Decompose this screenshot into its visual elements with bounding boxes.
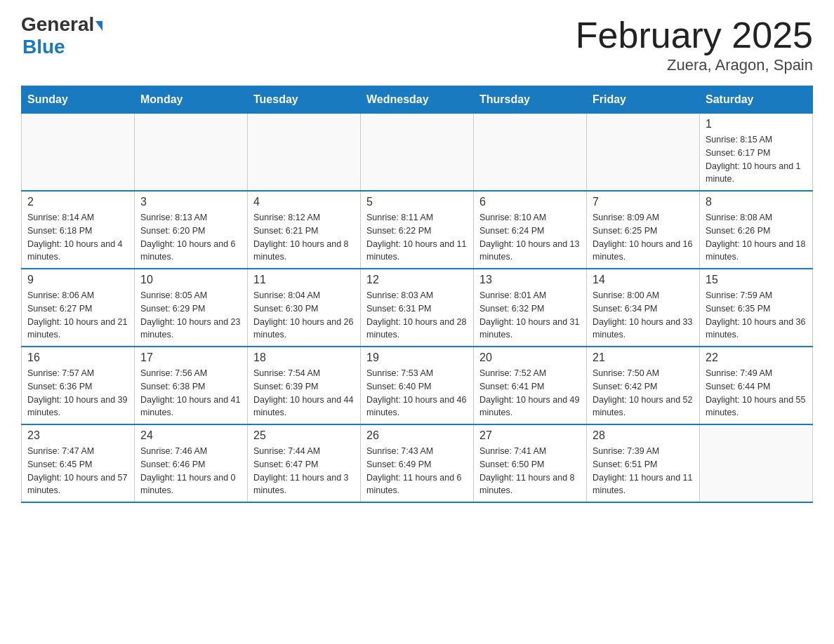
day-info: Sunrise: 8:10 AMSunset: 6:24 PMDaylight:…: [479, 211, 581, 264]
calendar-day-cell: [135, 114, 248, 192]
title-block: February 2025 Zuera, Aragon, Spain: [576, 14, 813, 74]
day-number: 24: [140, 429, 241, 442]
calendar-week-row: 23Sunrise: 7:47 AMSunset: 6:45 PMDayligh…: [22, 424, 813, 502]
day-info: Sunrise: 7:57 AMSunset: 6:36 PMDaylight:…: [27, 367, 128, 420]
day-info: Sunrise: 7:46 AMSunset: 6:46 PMDaylight:…: [140, 445, 241, 497]
calendar-day-cell: 18Sunrise: 7:54 AMSunset: 6:39 PMDayligh…: [248, 347, 361, 424]
day-of-week-header: Saturday: [700, 86, 813, 114]
day-of-week-header: Tuesday: [248, 86, 361, 114]
day-info: Sunrise: 7:59 AMSunset: 6:35 PMDaylight:…: [706, 289, 807, 342]
calendar-day-cell: 27Sunrise: 7:41 AMSunset: 6:50 PMDayligh…: [474, 424, 587, 502]
calendar-week-row: 9Sunrise: 8:06 AMSunset: 6:27 PMDaylight…: [22, 269, 813, 347]
calendar-body: 1Sunrise: 8:15 AMSunset: 6:17 PMDaylight…: [22, 114, 813, 503]
day-number: 22: [706, 351, 807, 364]
calendar-day-cell: 3Sunrise: 8:13 AMSunset: 6:20 PMDaylight…: [135, 191, 248, 269]
day-info: Sunrise: 8:15 AMSunset: 6:17 PMDaylight:…: [706, 133, 807, 186]
calendar-day-cell: 7Sunrise: 8:09 AMSunset: 6:25 PMDaylight…: [587, 191, 700, 269]
day-number: 5: [366, 196, 468, 208]
day-number: 20: [479, 351, 581, 364]
calendar-week-row: 16Sunrise: 7:57 AMSunset: 6:36 PMDayligh…: [22, 347, 813, 424]
calendar-day-cell: 8Sunrise: 8:08 AMSunset: 6:26 PMDaylight…: [700, 191, 813, 269]
day-number: 6: [479, 196, 581, 208]
day-number: 13: [479, 274, 581, 286]
day-number: 3: [140, 196, 241, 208]
day-info: Sunrise: 8:13 AMSunset: 6:20 PMDaylight:…: [140, 211, 241, 264]
day-number: 12: [366, 274, 468, 286]
day-of-week-header: Friday: [587, 86, 700, 114]
day-number: 14: [593, 274, 694, 286]
day-info: Sunrise: 8:00 AMSunset: 6:34 PMDaylight:…: [593, 289, 694, 342]
day-number: 10: [140, 274, 241, 286]
calendar-day-cell: 10Sunrise: 8:05 AMSunset: 6:29 PMDayligh…: [135, 269, 248, 347]
day-info: Sunrise: 8:11 AMSunset: 6:22 PMDaylight:…: [366, 211, 468, 264]
calendar-table: SundayMondayTuesdayWednesdayThursdayFrid…: [21, 86, 813, 503]
calendar-day-cell: 23Sunrise: 7:47 AMSunset: 6:45 PMDayligh…: [22, 424, 135, 502]
day-number: 8: [706, 196, 807, 208]
day-info: Sunrise: 8:05 AMSunset: 6:29 PMDaylight:…: [140, 289, 241, 342]
day-number: 2: [27, 196, 128, 208]
day-info: Sunrise: 8:08 AMSunset: 6:26 PMDaylight:…: [706, 211, 807, 264]
day-info: Sunrise: 7:50 AMSunset: 6:42 PMDaylight:…: [593, 367, 694, 420]
day-info: Sunrise: 7:43 AMSunset: 6:49 PMDaylight:…: [366, 445, 468, 497]
day-info: Sunrise: 8:12 AMSunset: 6:21 PMDaylight:…: [253, 211, 355, 264]
calendar-day-cell: 15Sunrise: 7:59 AMSunset: 6:35 PMDayligh…: [700, 269, 813, 347]
calendar-title: February 2025: [576, 14, 813, 56]
logo-triangle-icon: [95, 21, 102, 31]
day-info: Sunrise: 7:41 AMSunset: 6:50 PMDaylight:…: [479, 445, 581, 497]
day-number: 21: [593, 351, 694, 364]
day-number: 11: [253, 274, 355, 286]
calendar-day-cell: 28Sunrise: 7:39 AMSunset: 6:51 PMDayligh…: [587, 424, 700, 502]
calendar-day-cell: 13Sunrise: 8:01 AMSunset: 6:32 PMDayligh…: [474, 269, 587, 347]
calendar-day-cell: 12Sunrise: 8:03 AMSunset: 6:31 PMDayligh…: [361, 269, 474, 347]
day-number: 25: [253, 429, 355, 442]
calendar-day-cell: [474, 114, 587, 192]
calendar-week-row: 1Sunrise: 8:15 AMSunset: 6:17 PMDaylight…: [22, 114, 813, 192]
calendar-day-cell: 24Sunrise: 7:46 AMSunset: 6:46 PMDayligh…: [135, 424, 248, 502]
day-number: 26: [366, 429, 468, 442]
calendar-header: SundayMondayTuesdayWednesdayThursdayFrid…: [22, 86, 813, 114]
day-number: 28: [593, 429, 694, 442]
day-info: Sunrise: 7:54 AMSunset: 6:39 PMDaylight:…: [253, 367, 355, 420]
day-number: 19: [366, 351, 468, 364]
day-number: 16: [27, 351, 128, 364]
calendar-day-cell: 17Sunrise: 7:56 AMSunset: 6:38 PMDayligh…: [135, 347, 248, 424]
calendar-day-cell: [22, 114, 135, 192]
page-header: General Blue February 2025 Zuera, Aragon…: [21, 14, 813, 74]
day-info: Sunrise: 7:39 AMSunset: 6:51 PMDaylight:…: [593, 445, 694, 497]
day-info: Sunrise: 8:04 AMSunset: 6:30 PMDaylight:…: [253, 289, 355, 342]
calendar-day-cell: 11Sunrise: 8:04 AMSunset: 6:30 PMDayligh…: [248, 269, 361, 347]
day-number: 23: [27, 429, 128, 442]
day-info: Sunrise: 7:49 AMSunset: 6:44 PMDaylight:…: [706, 367, 807, 420]
day-info: Sunrise: 8:01 AMSunset: 6:32 PMDaylight:…: [479, 289, 581, 342]
day-info: Sunrise: 8:06 AMSunset: 6:27 PMDaylight:…: [27, 289, 128, 342]
calendar-day-cell: [248, 114, 361, 192]
calendar-day-cell: 6Sunrise: 8:10 AMSunset: 6:24 PMDaylight…: [474, 191, 587, 269]
day-info: Sunrise: 7:53 AMSunset: 6:40 PMDaylight:…: [366, 367, 468, 420]
day-info: Sunrise: 8:14 AMSunset: 6:18 PMDaylight:…: [27, 211, 128, 264]
day-number: 1: [706, 118, 807, 130]
calendar-day-cell: 5Sunrise: 8:11 AMSunset: 6:22 PMDaylight…: [361, 191, 474, 269]
day-number: 4: [253, 196, 355, 208]
calendar-day-cell: [700, 424, 813, 502]
calendar-day-cell: 14Sunrise: 8:00 AMSunset: 6:34 PMDayligh…: [587, 269, 700, 347]
day-of-week-header: Monday: [135, 86, 248, 114]
day-info: Sunrise: 7:56 AMSunset: 6:38 PMDaylight:…: [140, 367, 241, 420]
day-info: Sunrise: 7:44 AMSunset: 6:47 PMDaylight:…: [253, 445, 355, 497]
logo-blue-text: Blue: [21, 36, 65, 58]
calendar-day-cell: 25Sunrise: 7:44 AMSunset: 6:47 PMDayligh…: [248, 424, 361, 502]
calendar-day-cell: 26Sunrise: 7:43 AMSunset: 6:49 PMDayligh…: [361, 424, 474, 502]
calendar-day-cell: 19Sunrise: 7:53 AMSunset: 6:40 PMDayligh…: [361, 347, 474, 424]
calendar-day-cell: [587, 114, 700, 192]
day-info: Sunrise: 8:09 AMSunset: 6:25 PMDaylight:…: [593, 211, 694, 264]
day-number: 9: [27, 274, 128, 286]
day-number: 17: [140, 351, 241, 364]
logo-general-text: General: [21, 14, 102, 36]
day-number: 15: [706, 274, 807, 286]
calendar-day-cell: 1Sunrise: 8:15 AMSunset: 6:17 PMDaylight…: [700, 114, 813, 192]
day-of-week-header: Wednesday: [361, 86, 474, 114]
day-info: Sunrise: 8:03 AMSunset: 6:31 PMDaylight:…: [366, 289, 468, 342]
day-info: Sunrise: 7:52 AMSunset: 6:41 PMDaylight:…: [479, 367, 581, 420]
day-number: 18: [253, 351, 355, 364]
calendar-day-cell: 20Sunrise: 7:52 AMSunset: 6:41 PMDayligh…: [474, 347, 587, 424]
calendar-day-cell: [361, 114, 474, 192]
